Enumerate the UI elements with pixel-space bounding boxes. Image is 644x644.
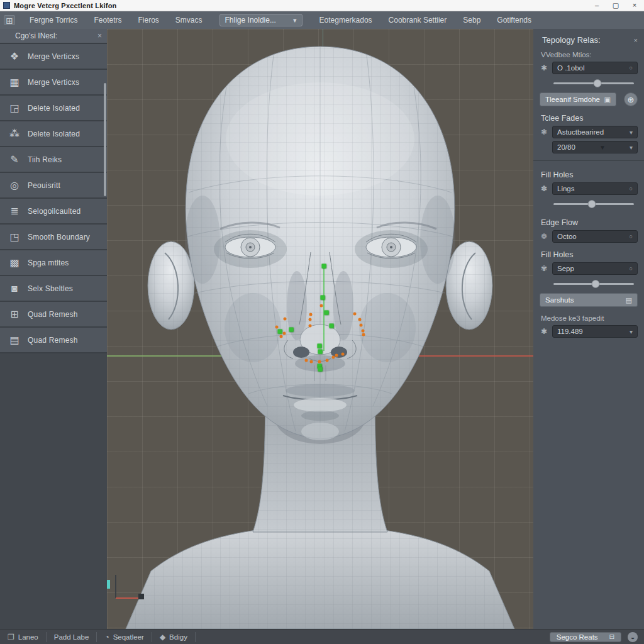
vertex-marker-green[interactable]: [318, 344, 322, 348]
sidebar-scrollbar[interactable]: [104, 83, 106, 196]
user-avatar-button[interactable]: ◒: [628, 632, 638, 642]
menu-item-sebp[interactable]: Sebp: [455, 11, 489, 29]
reset-icon[interactable]: ○: [630, 186, 633, 192]
sidebar-item-spga-mtltes[interactable]: ▩ Spga mtltes: [0, 250, 107, 276]
vertex-marker-orange[interactable]: [358, 318, 362, 321]
panel-icon: ⊟: [609, 633, 614, 640]
medose-row: ✱ 119.489 ▾: [540, 325, 638, 338]
sidebar-item-merge-vertices-2[interactable]: ▦ Merge Verticxs: [0, 70, 107, 96]
square-dot-icon: ◙: [6, 283, 23, 294]
dots-icon: ⁂: [6, 128, 23, 140]
lings-slider[interactable]: [553, 199, 634, 208]
vertex-marker-green[interactable]: [325, 311, 329, 315]
faces-select[interactable]: Astuctbearired ▾: [552, 126, 638, 138]
menu-item-feotetrs[interactable]: Feotetrs: [86, 11, 130, 29]
menu-item-smvacs[interactable]: Smvacs: [167, 11, 211, 29]
vertex-marker-orange[interactable]: [326, 359, 329, 362]
close-icon[interactable]: ×: [97, 31, 102, 40]
vertex-marker-green[interactable]: [321, 296, 325, 300]
vertex-marker-orange[interactable]: [362, 333, 365, 336]
medose-select[interactable]: 119.489 ▾: [552, 325, 638, 338]
close-icon[interactable]: ×: [634, 36, 638, 44]
vertex-marker-orange[interactable]: [280, 335, 283, 338]
sidebar-item-smooth-boundary[interactable]: ◳ Smooth Boundary: [0, 225, 107, 250]
smooth-boundary-icon: ◳: [6, 231, 23, 243]
panel-title: Tepology Relas:: [542, 35, 601, 45]
sidebar-item-delete-isolated-2[interactable]: ⁂ Delete Isolated: [0, 121, 107, 147]
delete-isolated-icon: ◲: [6, 102, 23, 114]
vertex-marker-orange[interactable]: [283, 332, 286, 335]
grid-icon[interactable]: ⊞: [4, 15, 15, 25]
minimize-button[interactable]: –: [587, 1, 606, 9]
vertex-marker-orange[interactable]: [341, 353, 345, 356]
sidebar-item-peouisritt[interactable]: ◎ Peouisritt: [0, 173, 107, 199]
segco-reats-button[interactable]: Segco Reats ⊟: [550, 632, 621, 642]
sidebar-item-delete-isolated-1[interactable]: ◲ Delete Isolated: [0, 96, 107, 121]
seqatleer-tool[interactable]: ◔ Seqatleer: [97, 632, 152, 642]
vertex-marker-orange[interactable]: [320, 304, 323, 308]
vertex-marker-orange[interactable]: [309, 318, 312, 321]
sidebar-item-quad-remesh-2[interactable]: ▤ Quad Remesh: [0, 328, 107, 353]
octoo-input[interactable]: Octoo ○: [552, 230, 638, 243]
globe-button[interactable]: ⊕: [624, 92, 638, 106]
vertex-marker-green[interactable]: [318, 367, 323, 372]
list-icon: ≣: [6, 205, 23, 217]
vertex-marker-orange[interactable]: [318, 360, 321, 364]
vertex-marker-orange[interactable]: [360, 324, 363, 327]
resolution-select[interactable]: 20/80 ▼ ▾: [552, 141, 638, 153]
lings-input[interactable]: Lings ○: [552, 182, 638, 195]
menu-item-coobrank-settiier[interactable]: Coobrank Settiier: [380, 11, 455, 29]
vertex-marker-orange[interactable]: [353, 313, 357, 316]
laneo-tool[interactable]: ❐ Laneo: [0, 632, 47, 642]
reset-icon[interactable]: ○: [630, 233, 633, 240]
sepp-input[interactable]: Sepp ○: [552, 262, 638, 275]
close-button[interactable]: ×: [625, 1, 644, 9]
maximize-button[interactable]: ▢: [606, 1, 625, 9]
sarshuts-button[interactable]: Sarshuts ▤: [540, 293, 638, 307]
vertex-marker-orange[interactable]: [335, 354, 338, 357]
vertex-marker-orange[interactable]: [275, 326, 279, 329]
reset-icon[interactable]: ○: [630, 265, 633, 272]
vertex-marker-green[interactable]: [322, 264, 326, 269]
viewport-3d[interactable]: [107, 29, 533, 629]
subdiv-label: VVedbee Mtios:: [541, 51, 638, 58]
vertex-marker-orange[interactable]: [309, 313, 313, 316]
menu-item-eotegmerkados[interactable]: Eotegmerkados: [311, 11, 380, 29]
sidebar-item-selx-sbeltles[interactable]: ◙ Selx Sbeltles: [0, 276, 107, 302]
vertex-marker-orange[interactable]: [305, 359, 308, 362]
vertex-marker-orange[interactable]: [284, 318, 287, 321]
reset-icon[interactable]: ○: [630, 65, 633, 71]
vertex-marker-green[interactable]: [330, 324, 334, 328]
sidebar-item-quad-remesh-1[interactable]: ⊞ Quad Remesh: [0, 302, 107, 328]
sidebar-empty-area: [0, 353, 107, 629]
vertex-marker-orange[interactable]: [309, 325, 312, 328]
subdiv-input[interactable]: O .1obol ○: [552, 62, 638, 74]
padd-labe-tool[interactable]: Padd Labe: [47, 632, 97, 642]
vertex-marker-green[interactable]: [278, 330, 282, 334]
vertex-marker-orange[interactable]: [332, 356, 335, 359]
menu-item-fergne-torrics[interactable]: Fergne Torrics: [21, 11, 86, 29]
slider-thumb[interactable]: [591, 280, 599, 288]
menu-item-gotiftends[interactable]: Gotiftends: [489, 11, 540, 29]
slider-thumb[interactable]: [594, 79, 602, 87]
vertex-marker-orange[interactable]: [310, 360, 313, 364]
menu-item-fieros[interactable]: Fieros: [130, 11, 167, 29]
subdiv-slider[interactable]: [553, 79, 634, 87]
title-bar: Mogre Vetcrg Pxcctlent Lkifon – ▢ ×: [0, 0, 644, 11]
stamp-icon: ❁: [540, 232, 548, 241]
lings-row: ✽ Lings ○: [540, 182, 638, 195]
sepp-slider[interactable]: [553, 279, 634, 288]
sidebar-item-label: Merge Verticxs: [28, 52, 79, 61]
octoo-value: Octoo: [557, 233, 577, 240]
sidebar-item-selogoilcaulted[interactable]: ≣ Selogoilcaulted: [0, 199, 107, 225]
vertex-marker-green[interactable]: [318, 350, 323, 354]
mode-dropdown[interactable]: Fhlige Inoldie... ▾: [219, 14, 303, 26]
sidebar-item-merge-vertices-1[interactable]: ❖ Merge Verticxs: [0, 44, 107, 70]
sidebar-item-tiih-reiks[interactable]: ✎ Tiih Reiks: [0, 147, 107, 173]
vertex-marker-green[interactable]: [289, 328, 294, 332]
head-mesh-3d-model[interactable]: [107, 29, 533, 629]
smooth-button[interactable]: Tleeanif Smdohe ▣: [540, 92, 616, 106]
vertex-marker-orange[interactable]: [362, 330, 365, 333]
slider-thumb[interactable]: [588, 200, 596, 208]
bdigy-tool[interactable]: ◆ Bdigy: [152, 632, 196, 642]
